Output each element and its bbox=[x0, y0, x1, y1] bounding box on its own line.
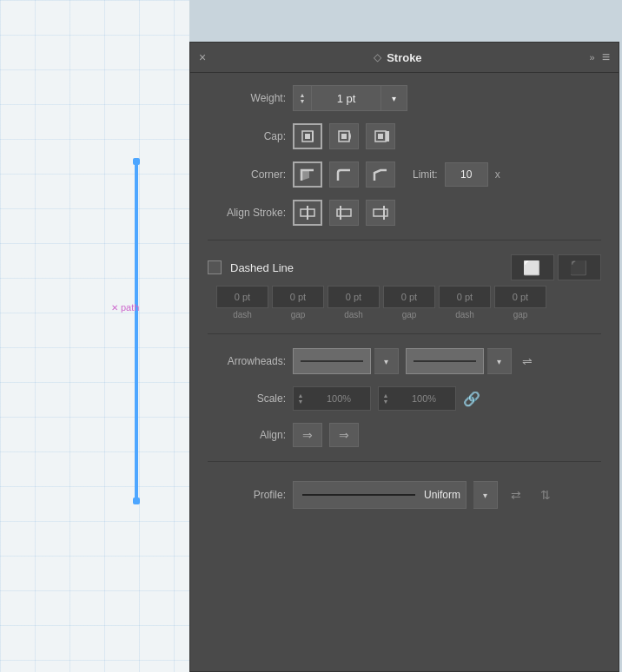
dash-field-2: dash bbox=[328, 286, 380, 320]
corner-bevel-btn[interactable] bbox=[366, 161, 395, 188]
panel-title: Stroke bbox=[387, 51, 421, 64]
align-arrows-label: Align: bbox=[208, 429, 286, 441]
stroke-panel: × ◇ Stroke » ≡ Weight: ▲ ▼ ▾ bbox=[189, 42, 619, 672]
dash-field-3: dash bbox=[439, 286, 491, 320]
weight-label: Weight: bbox=[208, 92, 286, 104]
scale-left-value: 100% bbox=[308, 393, 370, 404]
panel-close-btn[interactable]: × bbox=[199, 50, 206, 64]
limit-label: Limit: bbox=[413, 168, 438, 181]
arrowhead-left-preview bbox=[293, 348, 371, 374]
scale-link-btn[interactable]: 🔗 bbox=[463, 391, 480, 407]
cap-butt-btn[interactable] bbox=[293, 123, 322, 149]
gap-input-2[interactable] bbox=[383, 286, 435, 308]
align-inside-btn[interactable] bbox=[329, 200, 359, 226]
dashed-fields: dash gap dash gap dash bbox=[216, 286, 601, 320]
arrowhead-swap-btn[interactable]: ⇌ bbox=[519, 354, 536, 368]
corner-round-btn[interactable] bbox=[329, 161, 359, 188]
align-stroke-row: Align Stroke: bbox=[208, 200, 601, 226]
dash-pattern-2-btn[interactable]: ⬛ bbox=[558, 254, 601, 280]
arrowhead-left-dropdown[interactable]: ▾ bbox=[374, 348, 399, 374]
arrowheads-label: Arrowheads: bbox=[208, 355, 286, 367]
path-endpoint-bottom bbox=[133, 497, 140, 504]
cap-label: Cap: bbox=[208, 130, 286, 142]
gap-sublabel-2: gap bbox=[402, 310, 417, 320]
align-inset-btn[interactable]: ⇒ bbox=[329, 423, 359, 447]
gap-input-1[interactable] bbox=[272, 286, 324, 308]
dash-pattern-1-btn[interactable]: ⬜ bbox=[511, 254, 554, 280]
arrowhead-right-preview bbox=[406, 348, 484, 374]
svg-rect-13 bbox=[374, 209, 387, 216]
dashed-label: Dashed Line bbox=[230, 261, 294, 274]
profile-select: Uniform bbox=[293, 481, 467, 509]
divider-2 bbox=[208, 333, 601, 334]
cap-row: Cap: bbox=[208, 123, 601, 149]
dashed-icons: ⬜ ⬛ bbox=[511, 254, 601, 280]
align-outside-btn[interactable] bbox=[366, 200, 395, 226]
scale-row: Scale: ▲ ▼ 100% ▲ ▼ 100% 🔗 bbox=[208, 386, 601, 411]
svg-rect-11 bbox=[337, 209, 351, 216]
gap-field-3: gap bbox=[494, 286, 546, 320]
corner-row: Corner: Limit: x bbox=[208, 161, 601, 188]
arrowheads-row: Arrowheads: ▾ ▾ ⇌ bbox=[208, 348, 601, 374]
svg-rect-4 bbox=[341, 134, 347, 139]
svg-rect-6 bbox=[378, 134, 383, 139]
panel-content: Weight: ▲ ▼ ▾ Cap: bbox=[190, 73, 619, 521]
profile-line bbox=[302, 494, 415, 496]
profile-text: Uniform bbox=[424, 489, 460, 501]
gap-field-1: gap bbox=[272, 286, 324, 320]
gap-input-3[interactable] bbox=[494, 286, 546, 308]
gap-sublabel-3: gap bbox=[513, 310, 528, 320]
arrowhead-left-control: ▾ bbox=[293, 348, 399, 374]
arrow-line-right bbox=[414, 360, 476, 362]
profile-dropdown-btn[interactable]: ▾ bbox=[473, 481, 498, 509]
limit-input[interactable] bbox=[445, 162, 488, 187]
align-center-btn[interactable] bbox=[293, 200, 322, 226]
dash-field-1: dash bbox=[216, 286, 268, 320]
weight-input[interactable] bbox=[312, 85, 381, 111]
dash-input-3[interactable] bbox=[439, 286, 491, 308]
arrowhead-right-control: ▾ bbox=[406, 348, 512, 374]
weight-control: ▲ ▼ ▾ bbox=[293, 85, 407, 111]
arrow-line-left bbox=[301, 360, 363, 362]
path-cross-icon: ✕ bbox=[111, 303, 118, 313]
scale-left-arrows[interactable]: ▲ ▼ bbox=[294, 387, 308, 410]
align-arrows-row: Align: ⇒ ⇒ bbox=[208, 423, 601, 447]
dashed-section: Dashed Line ⬜ ⬛ dash ga bbox=[208, 254, 601, 320]
canvas-area bbox=[0, 0, 189, 672]
svg-marker-8 bbox=[301, 170, 309, 181]
divider-1 bbox=[208, 240, 601, 240]
dash-sublabel-3: dash bbox=[455, 310, 474, 320]
weight-dropdown-btn[interactable]: ▾ bbox=[381, 85, 407, 111]
profile-flip-x-btn[interactable]: ⇄ bbox=[505, 484, 527, 506]
path-line bbox=[135, 161, 138, 499]
panel-expand-btn[interactable]: » bbox=[590, 52, 595, 63]
limit-x: x bbox=[495, 168, 500, 181]
panel-menu-btn[interactable]: ≡ bbox=[602, 49, 610, 65]
arrowhead-right-dropdown[interactable]: ▾ bbox=[487, 348, 512, 374]
dash-input-1[interactable] bbox=[216, 286, 268, 308]
dash-sublabel-1: dash bbox=[233, 310, 252, 320]
cap-projecting-btn[interactable] bbox=[366, 123, 395, 149]
scale-right-spinner: ▲ ▼ 100% bbox=[378, 386, 456, 411]
dash-input-2[interactable] bbox=[328, 286, 380, 308]
path-label: ✕ path bbox=[111, 302, 139, 313]
profile-row: Profile: Uniform ▾ ⇄ ⇅ bbox=[208, 481, 601, 509]
scale-right-value: 100% bbox=[393, 393, 455, 404]
dash-sublabel-2: dash bbox=[344, 310, 363, 320]
svg-rect-7 bbox=[386, 131, 389, 142]
svg-rect-1 bbox=[305, 134, 310, 139]
align-extend-btn[interactable]: ⇒ bbox=[293, 423, 322, 447]
scale-right-arrows[interactable]: ▲ ▼ bbox=[379, 387, 393, 410]
divider-3 bbox=[208, 461, 601, 462]
align-stroke-label: Align Stroke: bbox=[208, 207, 286, 219]
gap-sublabel-1: gap bbox=[291, 310, 306, 320]
cap-round-btn[interactable] bbox=[329, 123, 359, 149]
profile-label: Profile: bbox=[208, 489, 286, 501]
profile-flip-y-btn[interactable]: ⇅ bbox=[534, 484, 557, 506]
dashed-header: Dashed Line ⬜ ⬛ bbox=[208, 254, 601, 280]
scale-label: Scale: bbox=[208, 392, 286, 405]
weight-row: Weight: ▲ ▼ ▾ bbox=[208, 85, 601, 111]
corner-miter-btn[interactable] bbox=[293, 161, 322, 188]
weight-spinner[interactable]: ▲ ▼ bbox=[293, 85, 312, 111]
dashed-checkbox[interactable] bbox=[208, 260, 222, 274]
